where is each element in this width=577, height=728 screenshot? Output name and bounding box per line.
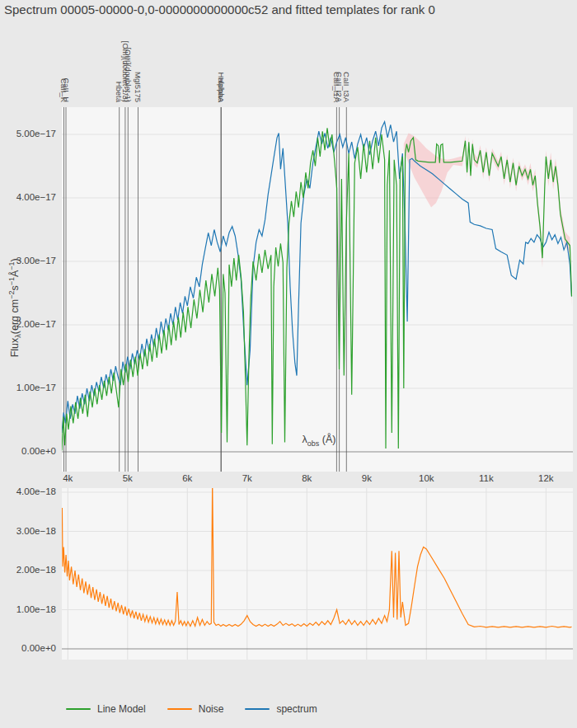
main-y-tick-label: 0.00e+0 — [0, 446, 56, 456]
spectral-line-label: CaII_H — [62, 77, 71, 102]
x-tick-label: 7k — [231, 473, 264, 483]
noise-y-tick-label: 2.00e−18 — [0, 565, 56, 575]
noise-y-tick-label: 0.00e+0 — [0, 643, 56, 653]
x-tick-label: 5k — [111, 473, 144, 483]
x-tick-label: 8k — [290, 473, 323, 483]
noise-y-tick-label: 3.00e−18 — [0, 526, 56, 536]
x-tick-label: 6k — [171, 473, 204, 483]
legend-item-line-model[interactable]: Line Model — [66, 703, 146, 715]
spectral-line-label: Halpha — [217, 77, 226, 103]
noise-color-swatch — [167, 708, 192, 711]
chart-area: CaII_KCaII_HHbeta[OIII](doublet-1/3)[OII… — [0, 0, 577, 728]
x-tick-label: 11k — [470, 473, 503, 483]
spectra-chart-svg[interactable]: CaII_KCaII_HHbeta[OIII](doublet-1/3)[OII… — [0, 0, 577, 728]
main-y-axis-title: Fluxλ(erg cm−2s−1Å−1) — [7, 176, 23, 439]
legend-item-label: spectrum — [276, 703, 317, 715]
legend: Line Model Noise spectrum — [66, 703, 317, 715]
main-x-axis-title: λobs (Å) — [303, 434, 336, 448]
noise-y-tick-label: 4.00e−18 — [0, 486, 56, 496]
legend-item-label: Noise — [199, 703, 224, 715]
spectrum-viewer-page: Spectrum 00005-00000-0,0-0000000000000c5… — [0, 0, 577, 728]
noise-plot-canvas[interactable] — [62, 488, 573, 660]
x-tick-label: 9k — [350, 473, 383, 483]
x-tick-label: 12k — [529, 473, 562, 483]
spectrum-color-swatch — [245, 708, 270, 711]
legend-item-spectrum[interactable]: spectrum — [245, 703, 317, 715]
spectral-line-label: [OIII](doublet-1) — [124, 47, 133, 102]
legend-item-label: Line Model — [97, 703, 146, 715]
spectral-line-label: CaII_t3A — [342, 72, 351, 103]
x-tick-label: 10k — [410, 473, 443, 483]
line-model-color-swatch — [66, 708, 91, 711]
spectral-line-label: MgI5175 — [134, 72, 143, 102]
noise-y-tick-label: 1.00e−18 — [0, 604, 56, 614]
x-tick-label: 4k — [51, 473, 84, 483]
main-y-tick-label: 5.00e−17 — [0, 129, 56, 139]
legend-item-noise[interactable]: Noise — [167, 703, 224, 715]
